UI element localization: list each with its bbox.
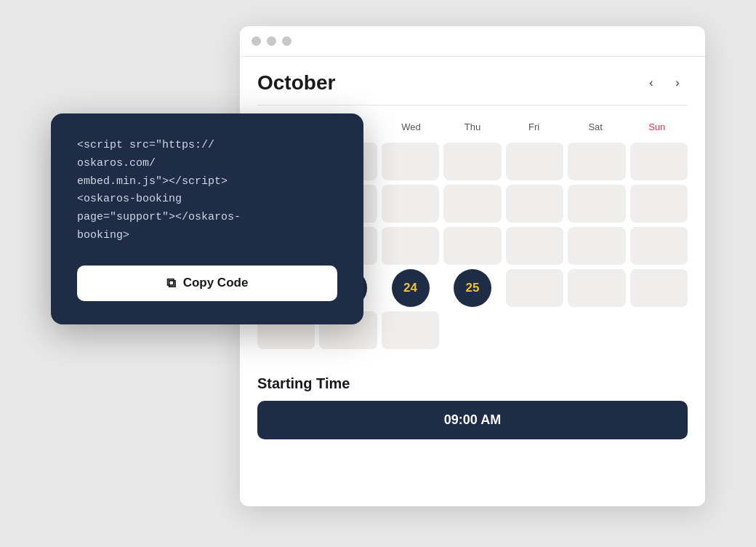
cal-cell-empty[interactable] xyxy=(630,143,688,180)
cal-cell-empty[interactable] xyxy=(630,269,688,307)
cal-cell-empty[interactable] xyxy=(443,143,501,180)
cal-cell-empty[interactable] xyxy=(506,143,563,180)
cal-cell-empty[interactable] xyxy=(506,185,563,223)
cal-cell-empty[interactable] xyxy=(382,185,439,223)
cal-cell-24[interactable]: 24 xyxy=(392,269,430,307)
copy-code-button[interactable]: ⧉ Copy Code xyxy=(77,265,337,301)
calendar-header: October ‹ › xyxy=(257,71,688,105)
cal-cell-empty[interactable] xyxy=(568,269,625,307)
browser-dot-3 xyxy=(282,36,291,46)
calendar-footer: Starting Time 09:00 AM xyxy=(240,364,705,451)
cal-cell-empty[interactable] xyxy=(506,269,563,307)
cal-cell-empty[interactable] xyxy=(382,311,439,349)
cal-cell-empty[interactable] xyxy=(382,227,439,265)
day-header-sun: Sun xyxy=(626,117,688,137)
cal-cell-empty[interactable] xyxy=(506,227,563,265)
cal-cell-empty[interactable] xyxy=(630,227,688,265)
code-panel: <script src="https://oskaros.com/embed.m… xyxy=(51,113,363,324)
code-snippet: <script src="https://oskaros.com/embed.m… xyxy=(77,137,337,245)
calendar-nav: ‹ › xyxy=(641,73,688,93)
day-header-sat: Sat xyxy=(565,117,627,137)
cal-cell-empty[interactable] xyxy=(568,227,625,265)
cal-cell-empty[interactable] xyxy=(382,143,439,180)
cal-cell-empty[interactable] xyxy=(630,185,688,223)
cal-cell-empty[interactable] xyxy=(443,185,501,223)
cal-cell-empty[interactable] xyxy=(443,227,501,265)
browser-dot-2 xyxy=(267,36,276,46)
cal-cell-25[interactable]: 25 xyxy=(454,269,491,307)
cal-cell-empty[interactable] xyxy=(568,185,625,223)
day-header-wed: Wed xyxy=(380,117,442,137)
cal-cell-empty[interactable] xyxy=(568,143,625,180)
next-month-button[interactable]: › xyxy=(667,73,688,93)
starting-time-label: Starting Time xyxy=(257,375,688,392)
cal-date-25: 25 xyxy=(466,269,480,307)
day-header-thu: Thu xyxy=(442,117,504,137)
calendar-month: October xyxy=(257,71,335,95)
cal-date-24: 24 xyxy=(403,269,417,307)
browser-dot-1 xyxy=(252,36,261,46)
copy-icon: ⧉ xyxy=(166,276,176,291)
day-header-fri: Fri xyxy=(503,117,565,137)
time-button[interactable]: 09:00 AM xyxy=(257,401,688,439)
prev-month-button[interactable]: ‹ xyxy=(641,73,662,93)
copy-code-label: Copy Code xyxy=(183,276,249,290)
browser-titlebar xyxy=(240,26,705,57)
